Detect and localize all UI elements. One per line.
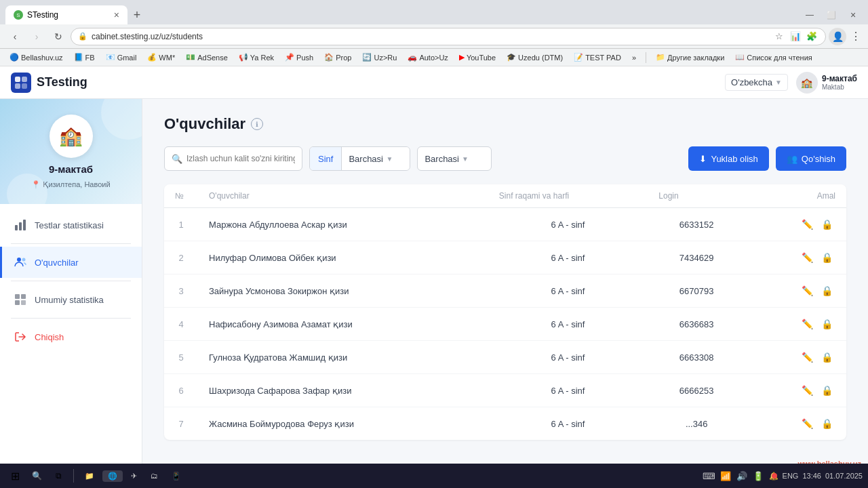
bookmark-push[interactable]: 📌Push (281, 52, 317, 63)
bookmark-uzedu[interactable]: 🎓Uzedu (DTM) (502, 52, 567, 63)
search-box[interactable]: 🔍 (164, 146, 302, 171)
svg-rect-1 (22, 77, 27, 82)
lock-button[interactable]: 🔒 (818, 284, 835, 298)
bookmark-gmail[interactable]: 📧Gmail (102, 52, 141, 63)
cell-login: 6633152 (648, 208, 745, 241)
svg-rect-10 (21, 294, 26, 299)
edit-button[interactable]: ✏️ (799, 284, 816, 298)
chart-icon (13, 292, 28, 307)
lock-button[interactable]: 🔒 (818, 317, 835, 331)
cell-num: 5 (164, 341, 198, 374)
sidebar-item-oquvchilar[interactable]: O'quvchilar (0, 247, 142, 278)
edit-button[interactable]: ✏️ (799, 384, 816, 397)
cell-name: Маржона Абдуллоева Аскар қизи (198, 208, 488, 241)
bookmark-other[interactable]: 📁Другие закладки (652, 52, 728, 63)
cell-sinf: 6 A - sinf (488, 308, 648, 341)
sinf-select[interactable]: Barchasi ▼ (342, 146, 410, 171)
taskbar-phone[interactable]: 📱 (166, 470, 186, 482)
search-input[interactable] (186, 154, 295, 163)
edit-button[interactable]: ✏️ (799, 350, 816, 364)
bookmark-adsense[interactable]: 💵AdSense (182, 52, 232, 63)
school-logo: 🏫 (50, 115, 93, 158)
lock-button[interactable]: 🔒 (818, 251, 835, 264)
minimize-button[interactable]: — (800, 5, 819, 24)
app-logo[interactable]: STesting (11, 73, 87, 93)
back-button[interactable]: ‹ (5, 27, 24, 46)
edit-button[interactable]: ✏️ (799, 417, 816, 430)
cell-sinf: 6 A - sinf (488, 341, 648, 374)
language-label: O'zbekcha (731, 77, 772, 87)
bookmark-youtube[interactable]: ▶YouTube (455, 52, 500, 63)
profile-icon[interactable]: 👤 (829, 28, 846, 45)
cell-actions: ✏️ 🔒 (745, 308, 846, 341)
tab-close-button[interactable]: × (114, 10, 119, 20)
table-header-row: № O'quvchilar Sinf raqami va harfi Login (164, 184, 846, 208)
edit-button[interactable]: ✏️ (799, 251, 816, 264)
table-row: 3 Зайнура Усмонова Зокиржон қизи 6 A - s… (164, 274, 846, 308)
address-bar[interactable]: 🔒 cabinet.stesting.uz/uz/students ☆ 📊 🧩 (71, 28, 826, 45)
cell-login: 7434629 (648, 241, 745, 274)
active-tab[interactable]: S STesting × (5, 5, 127, 24)
bookmark-testpad[interactable]: 📝TEST PAD (570, 52, 625, 63)
cell-name: Зайнура Усмонова Зокиржон қизи (198, 274, 488, 308)
lock-button[interactable]: 🔒 (818, 218, 835, 231)
cell-num: 1 (164, 208, 198, 241)
taskbar-file-explorer[interactable]: 📁 (79, 470, 100, 482)
restore-button[interactable]: ⬜ (822, 5, 841, 24)
edit-button[interactable]: ✏️ (799, 317, 816, 331)
taskbar-browser[interactable]: 🌐 (102, 470, 123, 482)
table-row: 4 Нафисабону Азимова Азамат қизи 6 A - s… (164, 308, 846, 341)
url-text: cabinet.stesting.uz/uz/students (92, 32, 768, 41)
edit-button[interactable]: ✏️ (799, 218, 816, 231)
keyboard-icon: ⌨ (703, 469, 716, 483)
performance-icon[interactable]: 📊 (789, 30, 802, 43)
bookmark-readlist[interactable]: 📖Список для чтения (731, 52, 816, 63)
info-icon[interactable]: ℹ (251, 118, 263, 130)
taskbar: ⊞ 🔍 ⧉ 📁 🌐 ✈ 🗂 📱 ⌨ 📶 🔊 🔋 🔔 ENG 13:46 01.0… (0, 464, 868, 488)
bookmark-autouz[interactable]: 🚗Auto>Uz (403, 52, 452, 63)
table-row: 7 Жасмина Боймуродова Феруз қизи 6 A - s… (164, 407, 846, 441)
language-selector[interactable]: O'zbekcha ▼ (725, 74, 788, 91)
bookmark-bellashuv[interactable]: 🔵 Bellashuv.uz (5, 52, 67, 63)
qoshish-button[interactable]: 👥 Qo'shish (776, 146, 846, 171)
lock-button[interactable]: 🔒 (818, 350, 835, 364)
sidebar-item-testlar[interactable]: Testlar statistikasi (0, 209, 142, 241)
task-view-button[interactable]: ⧉ (49, 466, 68, 485)
bookmark-wm[interactable]: 💰WM* (143, 52, 179, 63)
bookmark-prop[interactable]: 🏠Prop (320, 52, 355, 63)
bookmark-fb[interactable]: 📘FB (70, 52, 99, 63)
start-button[interactable]: ⊞ (5, 466, 24, 485)
bookmarks-bar: 🔵 Bellashuv.uz 📘FB 📧Gmail 💰WM* 💵AdSense … (0, 49, 868, 66)
barchasi-select[interactable]: Barchasi ▼ (417, 146, 492, 171)
search-taskbar-button[interactable]: 🔍 (27, 466, 46, 485)
close-button[interactable]: × (844, 5, 863, 24)
sidebar-item-chiqish[interactable]: Chiqish (0, 321, 142, 352)
download-icon: ⬇ (699, 154, 707, 164)
bookmark-more[interactable]: » (628, 52, 640, 63)
sinf-filter-pill[interactable]: Sinf (310, 147, 342, 170)
cell-actions: ✏️ 🔒 (745, 374, 846, 407)
reload-button[interactable]: ↻ (49, 27, 68, 46)
taskbar-telegram[interactable]: ✈ (125, 470, 142, 482)
school-card: 🏫 9-мактаб 📍 Қизилтепа, Навоий (0, 99, 142, 204)
bookmark-yandex[interactable]: 📢Ya Rek (235, 52, 278, 63)
lock-button[interactable]: 🔒 (818, 384, 835, 397)
sidebar-item-umumiy[interactable]: Umumiy statistika (0, 284, 142, 315)
bookmark-star-icon[interactable]: ☆ (772, 30, 786, 43)
user-profile[interactable]: 🏫 9-мактаб Maktab (796, 72, 857, 94)
forward-button[interactable]: › (27, 27, 46, 46)
new-tab-button[interactable]: + (127, 5, 146, 24)
taskbar-files[interactable]: 🗂 (145, 470, 163, 481)
lang-indicator: ENG (783, 472, 799, 480)
sinf-dropdown[interactable]: Barchasi (349, 154, 383, 164)
chevron-down-icon: ▼ (775, 79, 782, 86)
extensions-icon[interactable]: 🧩 (805, 30, 818, 43)
more-menu-icon[interactable]: ⋮ (849, 30, 863, 43)
bookmark-uzru[interactable]: 🔄Uz>Ru (358, 52, 401, 63)
stats-icon (13, 218, 28, 232)
cell-login: 6670793 (648, 274, 745, 308)
table-row: 5 Гулноза Қудратова Жамшид қизи 6 A - si… (164, 341, 846, 374)
lock-button[interactable]: 🔒 (818, 417, 835, 430)
yuklab-olish-button[interactable]: ⬇ Yuklab olish (688, 146, 768, 171)
cell-num: 3 (164, 274, 198, 308)
